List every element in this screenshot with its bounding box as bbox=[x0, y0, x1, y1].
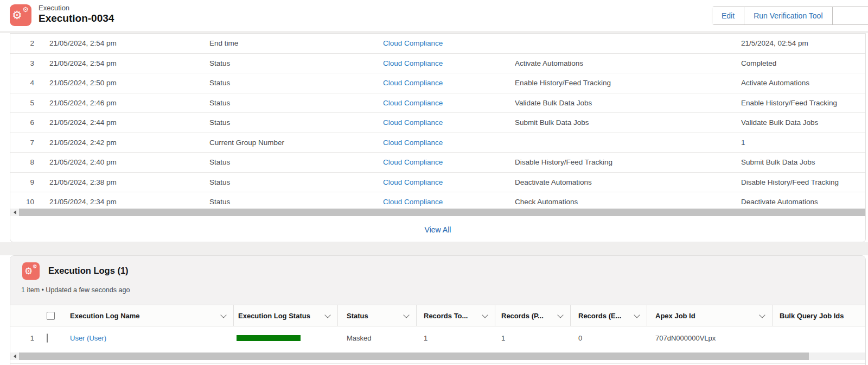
history-old-value: Disable History/Feed Tracking bbox=[741, 178, 865, 186]
view-all-link[interactable]: View All bbox=[425, 225, 451, 234]
records-processed-cell: 1 bbox=[495, 334, 571, 342]
chevron-down-icon[interactable] bbox=[220, 312, 226, 318]
history-date: 21/05/2024, 2:42 pm bbox=[34, 139, 209, 147]
status-cell: Masked bbox=[338, 334, 417, 342]
divider bbox=[10, 363, 865, 364]
table-row: 4 21/05/2024, 2:50 pm Status Cloud Compl… bbox=[10, 73, 865, 93]
user-link[interactable]: Cloud Compliance bbox=[383, 39, 443, 47]
arrow-left-icon bbox=[14, 354, 16, 358]
chevron-down-icon[interactable] bbox=[403, 312, 409, 318]
history-new-value: Submit Bulk Data Jobs bbox=[515, 118, 741, 127]
scrollbar-thumb[interactable] bbox=[19, 353, 809, 360]
edit-button[interactable]: Edit bbox=[712, 7, 744, 24]
scroll-left-button[interactable] bbox=[10, 353, 19, 360]
row-number: 4 bbox=[10, 79, 34, 87]
history-date: 21/05/2024, 2:40 pm bbox=[34, 158, 209, 166]
logs-table-header: Execution Log Name Execution Log Status … bbox=[10, 305, 865, 326]
select-all-cell bbox=[34, 305, 60, 326]
user-link[interactable]: Cloud Compliance bbox=[383, 99, 443, 107]
user-link[interactable]: Cloud Compliance bbox=[383, 118, 443, 127]
history-new-value: Activate Automations bbox=[515, 59, 741, 67]
records-total-cell: 1 bbox=[417, 334, 495, 342]
column-header-apex-job-id[interactable]: Apex Job Id bbox=[647, 305, 773, 326]
table-row: 6 21/05/2024, 2:44 pm Status Cloud Compl… bbox=[10, 113, 865, 133]
column-header-status[interactable]: Status bbox=[338, 305, 417, 326]
chevron-down-icon[interactable] bbox=[634, 312, 640, 318]
column-header-records-total[interactable]: Records To... bbox=[417, 305, 495, 326]
more-actions-button[interactable] bbox=[832, 7, 868, 24]
row-number: 5 bbox=[10, 99, 34, 107]
history-new-value: Deactivate Automations bbox=[515, 178, 741, 186]
scroll-left-button[interactable] bbox=[10, 209, 19, 216]
view-all-section: View All bbox=[10, 216, 865, 242]
execution-log-name-link[interactable]: User (User) bbox=[70, 334, 106, 342]
records-errors-cell: 0 bbox=[571, 334, 647, 342]
history-date: 21/05/2024, 2:44 pm bbox=[34, 118, 209, 127]
table-row: 8 21/05/2024, 2:40 pm Status Cloud Compl… bbox=[10, 153, 865, 173]
execution-object-icon: ⚙ ⚙ bbox=[10, 4, 31, 26]
row-checkbox[interactable] bbox=[47, 333, 48, 343]
table-row: 1 User (User) Masked 1 1 0 707dN000000VL… bbox=[10, 326, 865, 350]
column-header-execution-log-name[interactable]: Execution Log Name bbox=[60, 305, 234, 326]
history-date: 21/05/2024, 2:54 pm bbox=[34, 59, 209, 67]
table-row: 5 21/05/2024, 2:46 pm Status Cloud Compl… bbox=[10, 93, 865, 114]
user-link[interactable]: Cloud Compliance bbox=[383, 59, 443, 67]
history-date: 21/05/2024, 2:38 pm bbox=[34, 178, 209, 186]
history-date: 21/05/2024, 2:34 pm bbox=[34, 198, 209, 206]
page-title: Execution-0034 bbox=[39, 12, 114, 24]
history-old-value: Validate Bulk Data Jobs bbox=[741, 118, 865, 127]
table-row: 9 21/05/2024, 2:38 pm Status Cloud Compl… bbox=[10, 173, 865, 193]
history-field: Status bbox=[209, 198, 383, 206]
run-verification-tool-button[interactable]: Run Verification Tool bbox=[744, 7, 832, 24]
history-old-value: 1 bbox=[741, 139, 865, 147]
history-date: 21/05/2024, 2:46 pm bbox=[34, 99, 209, 107]
history-old-value: 21/5/2024, 02:54 pm bbox=[741, 39, 865, 47]
column-header-bulk-query-job-ids[interactable]: Bulk Query Job Ids bbox=[773, 305, 865, 326]
row-number: 10 bbox=[10, 198, 34, 206]
chevron-down-icon[interactable] bbox=[557, 312, 563, 318]
history-field: Status bbox=[209, 99, 383, 107]
row-number: 8 bbox=[10, 158, 34, 166]
table-row: 2 21/05/2024, 2:54 pm End time Cloud Com… bbox=[10, 34, 865, 54]
scrollbar-track[interactable] bbox=[809, 353, 865, 360]
user-link[interactable]: Cloud Compliance bbox=[383, 198, 443, 206]
chevron-down-icon[interactable] bbox=[759, 312, 765, 318]
history-old-value: Submit Bulk Data Jobs bbox=[741, 158, 865, 166]
select-all-checkbox[interactable] bbox=[47, 312, 55, 320]
related-list-meta: 1 item • Updated a few seconds ago bbox=[21, 286, 130, 294]
chevron-down-icon[interactable] bbox=[324, 312, 330, 318]
execution-history-card: 2 21/05/2024, 2:54 pm End time Cloud Com… bbox=[10, 33, 866, 242]
history-new-value: Validate Bulk Data Jobs bbox=[515, 99, 741, 107]
history-field: Status bbox=[209, 118, 383, 127]
column-header-records-processed[interactable]: Records (P... bbox=[495, 305, 571, 326]
execution-log-status-bar bbox=[237, 335, 301, 341]
row-number: 6 bbox=[10, 118, 34, 127]
history-new-value: Disable History/Feed Tracking bbox=[515, 158, 741, 166]
column-header-execution-log-status[interactable]: Execution Log Status bbox=[234, 305, 338, 326]
row-number: 1 bbox=[10, 334, 34, 342]
record-actions: Edit Run Verification Tool bbox=[712, 7, 868, 25]
horizontal-scrollbar[interactable] bbox=[10, 209, 865, 216]
gear-icon: ⚙ bbox=[33, 264, 37, 269]
history-field: Status bbox=[209, 158, 383, 166]
chevron-down-icon[interactable] bbox=[482, 312, 488, 318]
record-page: ⚙ ⚙ Execution Execution-0034 Edit Run Ve… bbox=[0, 0, 868, 365]
horizontal-scrollbar[interactable] bbox=[10, 353, 865, 360]
table-row: 3 21/05/2024, 2:54 pm Status Cloud Compl… bbox=[10, 54, 865, 74]
history-field: Status bbox=[209, 178, 383, 186]
table-row: 7 21/05/2024, 2:42 pm Current Group Numb… bbox=[10, 133, 865, 153]
user-link[interactable]: Cloud Compliance bbox=[383, 158, 443, 166]
user-link[interactable]: Cloud Compliance bbox=[383, 178, 443, 186]
user-link[interactable]: Cloud Compliance bbox=[383, 79, 443, 87]
history-date: 21/05/2024, 2:50 pm bbox=[34, 79, 209, 87]
history-field: Status bbox=[209, 79, 383, 87]
row-number: 7 bbox=[10, 139, 34, 147]
divider bbox=[0, 242, 868, 255]
user-link[interactable]: Cloud Compliance bbox=[383, 139, 443, 147]
column-header-records-errors[interactable]: Records (E... bbox=[571, 305, 647, 326]
scrollbar-thumb[interactable] bbox=[19, 209, 865, 216]
row-number: 3 bbox=[10, 59, 34, 67]
header-spacer bbox=[10, 305, 34, 326]
history-new-value: Check Automations bbox=[515, 198, 741, 206]
record-header: ⚙ ⚙ Execution Execution-0034 Edit Run Ve… bbox=[0, 0, 868, 31]
